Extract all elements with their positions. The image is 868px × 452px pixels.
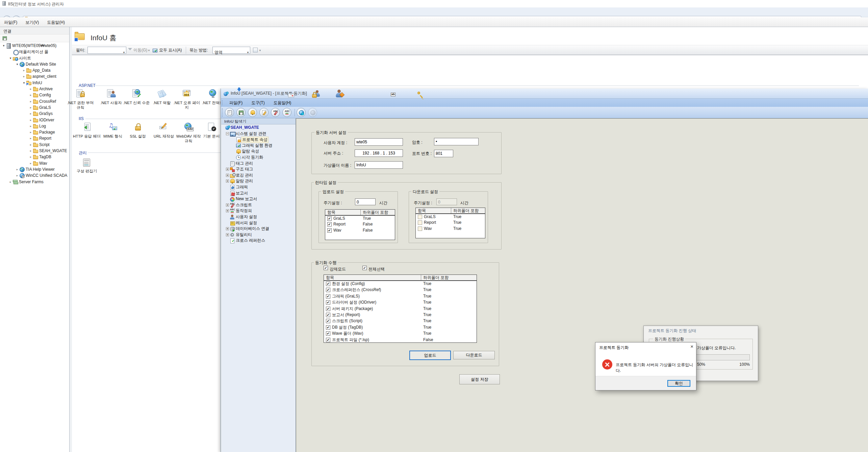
go-dropdown-icon[interactable]: ▼ — [148, 46, 150, 55]
select-all-checkbox[interactable]: ✔ — [362, 266, 367, 270]
collapsed-icon[interactable] — [226, 204, 229, 207]
menu-item[interactable]: 도움말(H) — [269, 99, 296, 107]
explorer-item[interactable]: 그래픽 — [221, 184, 296, 190]
upload-cycle-input[interactable]: 0 — [355, 198, 376, 205]
tree-item[interactable]: ▸Package — [0, 129, 69, 135]
tree-item[interactable]: 애플리케이션 풀 — [0, 49, 69, 55]
show-all-icon[interactable] — [152, 48, 158, 53]
collapsed-icon[interactable]: ▸ — [15, 172, 19, 179]
explorer-item[interactable]: 보고서 — [221, 190, 296, 196]
checked-checkbox[interactable]: ✔ — [326, 307, 330, 311]
expanded-icon[interactable]: ▾ — [8, 55, 12, 61]
feature-item[interactable]: 404.NET 오류 페이지 — [172, 89, 201, 100]
tree-item[interactable]: ▸Wav — [0, 160, 69, 166]
tree-item[interactable]: ▸Archive — [0, 86, 69, 92]
tree-item[interactable]: ▸IODriver — [0, 117, 69, 123]
tree-item[interactable]: ▸App_Data — [0, 67, 69, 73]
menu-item[interactable]: 도구(T) — [247, 99, 269, 107]
checked-checkbox[interactable]: ✔ — [326, 331, 330, 336]
explorer-item[interactable]: 구조 태그 — [221, 166, 296, 172]
tag-book-icon[interactable] — [225, 108, 234, 117]
tree-item[interactable]: ▾WTE05(WTE05₩wte05) — [0, 43, 69, 49]
port-number-input[interactable]: 801 — [434, 150, 453, 157]
menu-item[interactable]: 파일(F) — [225, 99, 247, 107]
table-row[interactable]: ✔그래픽 (GraLS)True — [324, 293, 477, 300]
collapsed-icon[interactable]: ▸ — [22, 73, 26, 79]
collapsed-icon[interactable] — [226, 233, 229, 236]
explorer-item[interactable]: 알람 속성 — [221, 148, 296, 154]
menu-item[interactable]: 파일(F) — [0, 17, 21, 25]
table-row[interactable]: GraLSTrue — [416, 214, 485, 220]
table-row[interactable]: WavTrue — [416, 226, 485, 232]
runtime-stop-icon[interactable] — [308, 108, 317, 117]
checked-checkbox[interactable]: ✔ — [326, 282, 330, 286]
save-settings-button[interactable]: 설정 저장 — [459, 374, 500, 384]
tree-item[interactable]: ▸Script — [0, 142, 69, 148]
tree-item[interactable]: ▸CrossRef — [0, 98, 69, 104]
checked-checkbox[interactable]: ✔ — [326, 325, 330, 330]
explorer-item[interactable]: 시각 동기화 — [221, 154, 296, 161]
table-row[interactable]: ReportTrue — [416, 220, 485, 225]
explorer-item[interactable]: 크로스 레퍼런스 — [221, 238, 296, 244]
table-row[interactable]: ✔GraLSTrue — [325, 216, 395, 221]
runtime-run-icon[interactable] — [297, 108, 306, 117]
feature-item[interactable]: 구성 편집기 — [72, 158, 101, 169]
document-edit-icon[interactable] — [259, 108, 269, 117]
expanded-icon[interactable]: ▾ — [15, 61, 19, 67]
table-row[interactable]: ✔Wave 폴더 (Wav)True — [324, 331, 477, 337]
table-row[interactable]: ✔크로스레퍼런스 (CrossRef)True — [324, 287, 477, 293]
table-row[interactable]: ✔프로젝트 파일 (*.lsp)False — [324, 337, 477, 343]
alarm-bell-icon[interactable] — [248, 108, 257, 117]
tree-item[interactable]: ▾Default Web Site — [0, 61, 69, 67]
table-row[interactable]: ✔DB 설정 (TagDB)True — [324, 325, 477, 331]
checked-checkbox[interactable]: ✔ — [327, 222, 332, 227]
tree-item[interactable]: ▸Server Farms — [0, 179, 69, 185]
collapsed-icon[interactable]: ▸ — [29, 111, 33, 117]
feature-item[interactable]: ✔.NET 신뢰 수준 — [122, 89, 151, 100]
table-row[interactable]: ✔서버 패키지 (Package)True — [324, 306, 477, 312]
collapsed-icon[interactable]: ▸ — [29, 117, 33, 123]
tree-item[interactable]: ▸Log — [0, 123, 69, 129]
table-row[interactable]: ✔ReportFalse — [325, 221, 395, 227]
download-button[interactable]: 다운로드 — [453, 351, 495, 359]
explorer-item[interactable]: 그래픽 실행 환경 — [221, 143, 296, 149]
explorer-item[interactable]: 태그 관리 — [221, 161, 296, 167]
collapsed-icon[interactable]: ▸ — [29, 98, 33, 104]
table-row[interactable]: ✔WavFalse — [325, 228, 395, 233]
tree-item[interactable]: ▸GraSys — [0, 111, 69, 117]
checked-checkbox[interactable]: ✔ — [326, 313, 330, 317]
password-input[interactable]: • — [434, 138, 479, 145]
collapsed-icon[interactable]: ▸ — [8, 179, 12, 185]
table-row[interactable]: ✔스크립트 (Script)True — [324, 318, 477, 324]
tree-item[interactable]: ▾사이트 — [0, 55, 69, 61]
upload-button[interactable]: 업로드 — [409, 351, 451, 360]
unchecked-checkbox[interactable] — [418, 227, 422, 231]
force-mode-checkbox[interactable]: ✔ — [324, 266, 328, 270]
explorer-item[interactable]: 스크립트 — [221, 202, 296, 208]
collapsed-icon[interactable] — [226, 209, 229, 212]
feature-item[interactable]: SSL 설정 — [123, 122, 152, 133]
table-row[interactable]: ✔드라이버 설정 (IODriver)True — [324, 300, 477, 306]
tree-item[interactable]: ▸Report — [0, 135, 69, 141]
checked-checkbox[interactable]: ✔ — [327, 228, 332, 233]
explorer-item[interactable]: New 보고서 — [221, 196, 296, 202]
tree-item[interactable]: ▸WinCC Unified SCADA — [0, 172, 69, 179]
collapsed-icon[interactable]: ▸ — [29, 154, 33, 160]
collapsed-icon[interactable]: ▸ — [22, 67, 26, 73]
view-mode-icon[interactable] — [253, 48, 258, 52]
explorer-item[interactable]: 동작정의 — [221, 208, 296, 214]
tree-item[interactable]: ▸GraLS — [0, 104, 69, 111]
feature-item[interactable]: .NET 사용자 — [97, 89, 126, 100]
explorer-item[interactable]: 레서피 설정 — [221, 220, 296, 226]
checked-checkbox[interactable]: ✔ — [326, 319, 330, 323]
collapsed-icon[interactable]: ▸ — [29, 148, 33, 154]
ok-button[interactable]: 확인 — [667, 380, 690, 387]
expanded-icon[interactable]: ▾ — [22, 80, 26, 86]
show-all-label[interactable]: 모두 표시(A) — [159, 45, 182, 55]
unchecked-checkbox[interactable] — [418, 215, 422, 219]
collapsed-icon[interactable]: ▸ — [15, 166, 19, 172]
script-abc-icon[interactable] — [271, 108, 280, 117]
tree-item[interactable]: ▸Config — [0, 92, 69, 98]
collapsed-icon[interactable]: ▸ — [29, 160, 33, 166]
collapsed-icon[interactable]: ▸ — [29, 104, 33, 111]
